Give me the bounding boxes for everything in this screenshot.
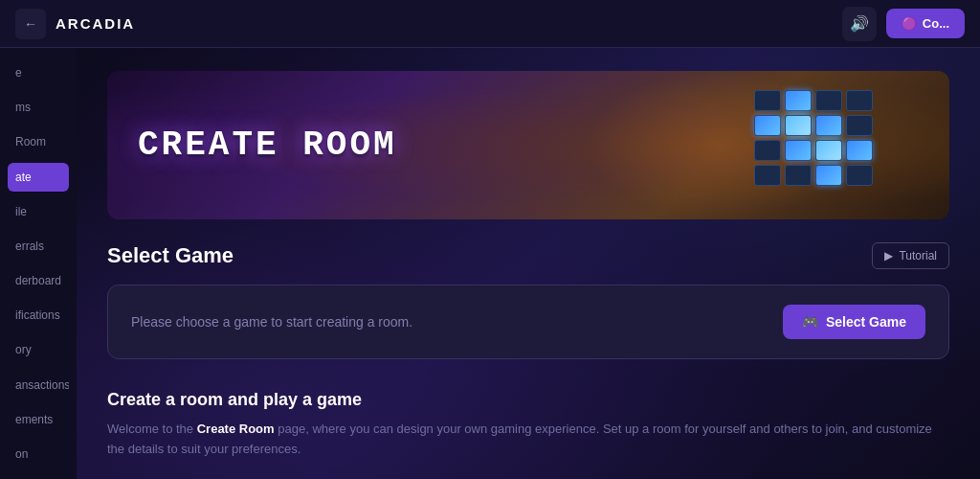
info-section: Create a room and play a game Welcome to… <box>107 386 949 460</box>
sidebar-item-achievements-label: ements <box>15 413 53 426</box>
sidebar-item-transactions-label: ansactions <box>15 378 69 392</box>
select-game-section-header: Select Game ▶ Tutorial <box>107 242 949 269</box>
top-nav: ← ARCADIA 🔊 🟣 Co... <box>0 0 980 48</box>
sidebar-item-profile[interactable]: ile <box>8 197 69 226</box>
sidebar-item-1-label: e <box>15 66 22 80</box>
screen-cell <box>754 90 781 111</box>
sidebar-item-referrals-label: errals <box>15 240 44 253</box>
screen-cell <box>815 115 842 136</box>
screen-cell <box>785 140 812 161</box>
app-logo: ARCADIA <box>56 15 135 32</box>
sidebar-toggle-icon: ← <box>24 16 37 32</box>
section-title: Select Game <box>107 243 234 268</box>
sidebar-toggle-button[interactable]: ← <box>15 9 46 39</box>
screen-cell <box>785 165 812 186</box>
sidebar-item-12-label: on <box>15 447 28 461</box>
screen-cell <box>754 115 781 136</box>
hero-banner: CREATE ROOM <box>107 71 949 219</box>
connect-icon: 🟣 <box>902 16 917 31</box>
screen-cell <box>815 140 842 161</box>
sidebar-item-create-label: ate <box>15 171 32 184</box>
sidebar-item-room[interactable]: Room <box>8 127 69 156</box>
nav-right-area: 🔊 🟣 Co... <box>842 7 965 41</box>
screen-cell <box>785 90 812 111</box>
connect-button[interactable]: 🟣 Co... <box>886 9 965 38</box>
tutorial-label: Tutorial <box>899 249 937 262</box>
hero-screens-grid <box>754 90 873 186</box>
sidebar-item-create[interactable]: ate <box>8 163 69 192</box>
sidebar-item-1[interactable]: e <box>8 58 69 87</box>
select-game-button-label: Select Game <box>826 314 906 330</box>
sidebar-item-history-label: ory <box>15 343 32 356</box>
sidebar-item-leaderboard[interactable]: derboard <box>8 266 69 295</box>
screen-cell <box>785 115 812 136</box>
screen-cell <box>754 165 781 186</box>
sidebar-item-notifications-label: ifications <box>15 308 60 322</box>
select-game-button[interactable]: 🎮 Select Game <box>783 305 925 339</box>
sidebar-item-2-label: ms <box>15 101 31 114</box>
screen-cell <box>846 115 873 136</box>
sidebar-item-2[interactable]: ms <box>8 93 69 122</box>
main-content: CREATE ROOM Select Game ▶ Tutorial Pleas… <box>77 48 980 479</box>
sidebar-item-profile-label: ile <box>15 205 27 218</box>
screen-cell <box>815 165 842 186</box>
sidebar-item-history[interactable]: ory <box>8 335 69 364</box>
sidebar-item-achievements[interactable]: ements <box>8 405 69 434</box>
sidebar-item-referrals[interactable]: errals <box>8 232 69 261</box>
sidebar-item-notifications[interactable]: ifications <box>8 301 69 330</box>
select-game-card: Please choose a game to start creating a… <box>107 285 949 359</box>
screen-cell <box>846 140 873 161</box>
logo-area: ← ARCADIA <box>15 9 135 39</box>
content-inner: CREATE ROOM Select Game ▶ Tutorial Pleas… <box>77 48 980 479</box>
info-text-part1: Welcome to the <box>107 422 197 436</box>
sidebar-item-leaderboard-label: derboard <box>15 274 61 287</box>
info-text-bold: Create Room <box>197 422 275 436</box>
sidebar-item-12[interactable]: on <box>8 440 69 468</box>
sidebar-item-room-label: Room <box>15 135 46 148</box>
screen-cell <box>815 90 842 111</box>
main-layout: e ms Room ate ile errals derboard ificat… <box>0 48 980 479</box>
select-game-hint: Please choose a game to start creating a… <box>131 314 412 330</box>
sound-icon: 🔊 <box>850 14 869 33</box>
screen-cell <box>846 90 873 111</box>
tutorial-button[interactable]: ▶ Tutorial <box>872 242 949 269</box>
screen-cell <box>846 165 873 186</box>
gamepad-icon: 🎮 <box>802 314 818 330</box>
tutorial-icon: ▶ <box>884 249 893 262</box>
sidebar-item-transactions[interactable]: ansactions <box>8 371 69 399</box>
sound-button[interactable]: 🔊 <box>842 7 877 41</box>
hero-title: CREATE ROOM <box>107 125 397 165</box>
screen-cell <box>754 140 781 161</box>
sidebar: e ms Room ate ile errals derboard ificat… <box>0 48 77 479</box>
info-title: Create a room and play a game <box>107 390 949 410</box>
info-text: Welcome to the Create Room page, where y… <box>107 420 949 460</box>
